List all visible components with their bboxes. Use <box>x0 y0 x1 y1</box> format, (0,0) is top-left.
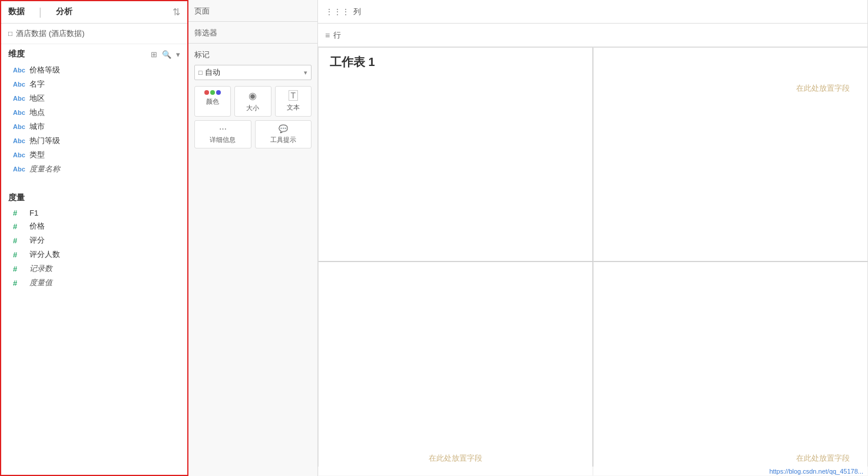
field-label: 评分人数 <box>29 249 60 260</box>
field-label: 记录数 <box>29 263 52 274</box>
measures-header: 度量 <box>8 193 180 203</box>
field-prefix: # <box>13 279 26 287</box>
dropdown-icon[interactable]: ▾ <box>176 50 180 59</box>
field-item-rating[interactable]: # 评分 <box>11 233 178 247</box>
drop-hint-top-right: 在此处放置字段 <box>796 83 850 94</box>
field-item-type[interactable]: Abc 类型 <box>11 148 178 162</box>
color-dots <box>204 90 221 95</box>
marks-detail-item[interactable]: ⋯ 详细信息 <box>194 120 251 148</box>
canvas-cell-bottom-right[interactable]: 在此处放置字段 <box>593 262 868 476</box>
field-item-city[interactable]: Abc 城市 <box>11 120 178 134</box>
marks-grid: 颜色 ◉ 大小 T 文本 <box>194 86 312 117</box>
field-item-region[interactable]: Abc 地区 <box>11 91 178 105</box>
tab-separator: | <box>39 6 42 18</box>
canvas-cell-bottom-left[interactable]: 在此处放置字段 <box>318 262 593 476</box>
search-icon[interactable]: 🔍 <box>162 50 171 59</box>
field-prefix: Abc <box>13 81 26 88</box>
field-item-rating-count[interactable]: # 评分人数 <box>11 247 178 262</box>
field-item-hot-level[interactable]: Abc 热门等级 <box>11 134 178 148</box>
drop-hint-bottom-left: 在此处放置字段 <box>429 453 482 464</box>
field-label: 评分 <box>29 235 45 246</box>
marks-color-item[interactable]: 颜色 <box>194 86 231 117</box>
field-label: 名字 <box>29 79 45 90</box>
drop-hint-bottom-right: 在此处放置字段 <box>796 453 850 464</box>
field-item-record-count[interactable]: # 记录数 <box>11 262 178 276</box>
columns-icon: ⋮⋮⋮ <box>325 7 350 16</box>
dimensions-header: 维度 ⊞ 🔍 ▾ <box>8 49 180 60</box>
filter-title: 筛选器 <box>194 28 312 38</box>
dot-red <box>204 90 209 95</box>
measures-section: 度量 # F1 # 价格 # 评分 # 评分人数 <box>1 188 187 292</box>
dot-blue <box>216 90 221 95</box>
right-canvas-panel: ⋮⋮⋮ 列 ≡ 行 工作表 1 <box>318 0 868 476</box>
field-item-location[interactable]: Abc 地点 <box>11 105 178 120</box>
field-prefix: Abc <box>13 67 26 74</box>
marks-tooltip-item[interactable]: 💬 工具提示 <box>255 120 312 148</box>
field-prefix: # <box>13 265 26 273</box>
field-label: 城市 <box>29 121 45 132</box>
rows-area[interactable]: ≡ 行 <box>318 24 868 47</box>
canvas-cell-top-right[interactable]: 在此处放置字段 <box>593 47 868 262</box>
url-text: https://blog.csdn.net/qq_45178... <box>769 468 863 475</box>
marks-size-item[interactable]: ◉ 大小 <box>234 86 271 117</box>
field-prefix: # <box>13 222 26 231</box>
pages-section: 页面 <box>188 0 317 22</box>
datasource-icon: □ <box>8 29 12 38</box>
canvas-cell-top-left[interactable] <box>318 47 593 262</box>
field-label: 价格 <box>29 221 45 232</box>
datasource-row[interactable]: □ 酒店数据 (酒店数据) <box>1 24 187 44</box>
rows-label: ≡ 行 <box>325 30 341 41</box>
dimensions-section: 维度 ⊞ 🔍 ▾ Abc 价格等级 Abc 名字 Abc 地区 <box>1 44 187 178</box>
rows-row: ≡ 行 <box>318 24 868 47</box>
columns-label: ⋮⋮⋮ 列 <box>325 6 361 17</box>
marks-type-dropdown[interactable]: □ 自动 ▾ <box>194 65 312 80</box>
field-label: 度量名称 <box>29 164 60 174</box>
dropdown-arrow-icon: ▾ <box>304 69 307 77</box>
field-label: 类型 <box>29 150 45 160</box>
tooltip-icon: 💬 <box>279 124 288 133</box>
canvas-area: 工作表 1 在此处放置字段 在此处放置字段 在此处放置字段 https://bl… <box>318 47 868 476</box>
columns-area[interactable]: ⋮⋮⋮ 列 <box>318 0 868 23</box>
marks-section: 标记 □ 自动 ▾ 颜色 ◉ 大小 <box>188 44 317 153</box>
url-bar: https://blog.csdn.net/qq_45178... <box>318 467 868 476</box>
measures-title: 度量 <box>8 193 25 203</box>
text-label: 文本 <box>287 103 300 112</box>
dimensions-list: Abc 价格等级 Abc 名字 Abc 地区 Abc 地点 Abc 城市 <box>8 63 180 176</box>
field-item-name[interactable]: Abc 名字 <box>11 77 178 91</box>
field-item-price[interactable]: # 价格 <box>11 219 178 233</box>
color-label: 颜色 <box>206 97 219 106</box>
rows-text: 行 <box>333 30 341 41</box>
dot-green <box>210 90 215 95</box>
tab-data[interactable]: 数据 <box>8 6 25 18</box>
field-prefix: Abc <box>13 123 26 130</box>
field-label: 地区 <box>29 93 45 104</box>
tooltip-label: 工具提示 <box>270 135 296 144</box>
field-item-price-level[interactable]: Abc 价格等级 <box>11 63 178 77</box>
field-prefix: Abc <box>13 137 26 144</box>
sort-icon[interactable]: ⇅ <box>173 6 180 18</box>
field-label: 度量值 <box>29 277 52 288</box>
field-prefix: # <box>13 236 26 245</box>
field-item-measure-name[interactable]: Abc 度量名称 <box>11 162 178 176</box>
field-item-f1[interactable]: # F1 <box>11 207 178 219</box>
rows-icon: ≡ <box>325 31 330 40</box>
field-label: 价格等级 <box>29 65 60 75</box>
field-prefix: Abc <box>13 151 26 158</box>
dimensions-icons: ⊞ 🔍 ▾ <box>151 50 180 59</box>
marks-type-icon: □ <box>198 69 203 76</box>
field-prefix: Abc <box>13 95 26 102</box>
columns-row: ⋮⋮⋮ 列 <box>318 0 868 24</box>
datasource-label: 酒店数据 (酒店数据) <box>16 28 84 39</box>
marks-title: 标记 <box>194 49 312 60</box>
dimensions-title: 维度 <box>8 49 25 60</box>
filter-section: 筛选器 <box>188 22 317 44</box>
field-item-measure-value[interactable]: # 度量值 <box>11 276 178 290</box>
pages-title: 页面 <box>194 6 312 16</box>
marks-text-item[interactable]: T 文本 <box>275 86 312 117</box>
field-prefix: Abc <box>13 166 26 173</box>
tab-analysis[interactable]: 分析 <box>56 6 72 18</box>
marks-grid-row2: ⋯ 详细信息 💬 工具提示 <box>194 120 312 148</box>
columns-text: 列 <box>353 6 361 17</box>
detail-label: 详细信息 <box>210 135 236 144</box>
grid-icon[interactable]: ⊞ <box>151 50 157 59</box>
